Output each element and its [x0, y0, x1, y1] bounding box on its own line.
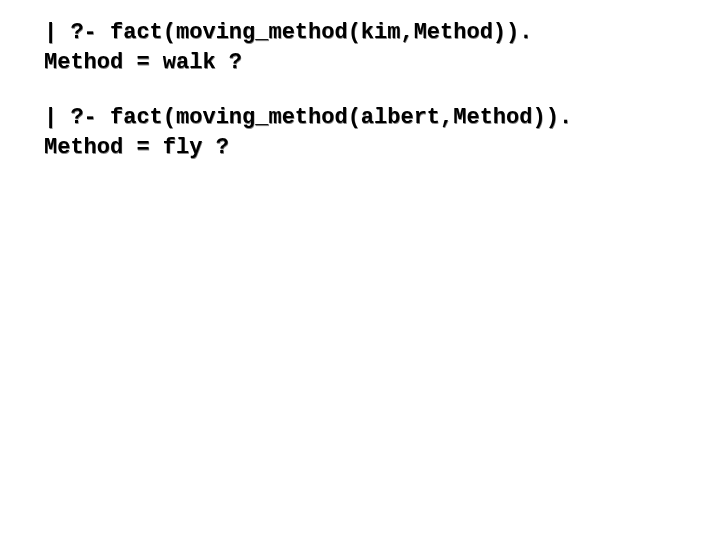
result-line: Method = walk ?: [44, 50, 242, 75]
query-line: | ?- fact(moving_method(kim,Method)).: [44, 20, 532, 45]
query-block-2: | ?- fact(moving_method(albert,Method)).…: [44, 103, 676, 162]
code-listing: | ?- fact(moving_method(kim,Method)). Me…: [0, 0, 720, 163]
result-line: Method = fly ?: [44, 135, 229, 160]
query-block-1: | ?- fact(moving_method(kim,Method)). Me…: [44, 18, 676, 77]
query-line: | ?- fact(moving_method(albert,Method)).: [44, 105, 572, 130]
